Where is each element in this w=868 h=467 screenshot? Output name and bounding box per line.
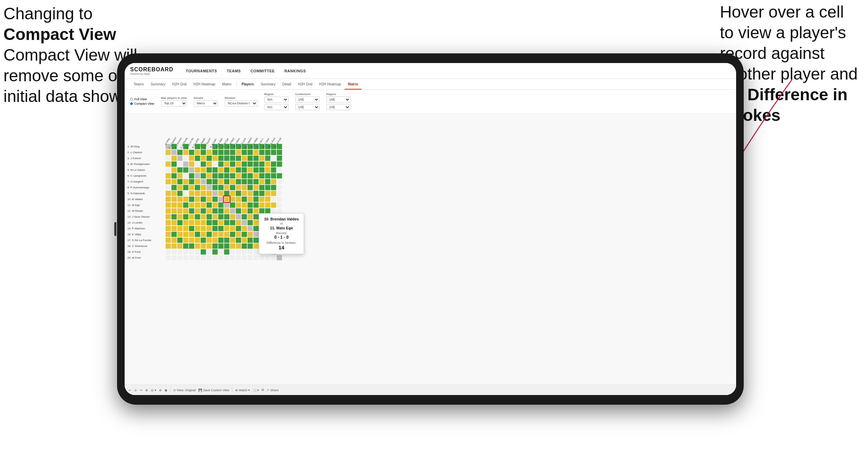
cell-20-5[interactable] [189,255,195,261]
cell-10-20[interactable] [276,196,282,202]
cell-9-1[interactable] [165,190,171,196]
cell-9-5[interactable] [189,190,195,196]
cell-9-11[interactable] [224,190,230,196]
cell-2-12[interactable] [230,149,236,155]
cell-10-12[interactable] [230,196,236,202]
cell-11-6[interactable] [195,202,200,208]
cell-9-12[interactable] [230,190,236,196]
cell-7-13[interactable] [236,179,241,185]
cell-18-7[interactable] [200,243,206,249]
cell-7-2[interactable] [171,179,177,185]
sub-nav-h2hgrid2[interactable]: H2H Grid [295,79,316,90]
toolbar-share-square[interactable]: ⬜ ▾ [253,388,259,392]
cell-13-9[interactable] [212,214,218,220]
cell-11-14[interactable] [241,202,247,208]
cell-11-1[interactable] [165,202,171,208]
cell-17-15[interactable] [247,237,253,243]
cell-12-1[interactable] [165,208,171,214]
cell-18-4[interactable] [183,243,189,249]
cell-7-6[interactable] [195,179,200,185]
cell-8-8[interactable] [206,185,212,190]
cell-20-8[interactable] [206,255,212,261]
cell-19-9[interactable] [212,249,218,255]
cell-17-14[interactable] [241,237,247,243]
cell-18-8[interactable] [206,243,212,249]
cell-9-8[interactable] [206,190,212,196]
cell-5-8[interactable] [206,167,212,173]
cell-18-3[interactable] [177,243,183,249]
cell-18-13[interactable] [236,243,241,249]
cell-3-15[interactable] [247,155,253,161]
cell-13-10[interactable] [218,214,224,220]
cell-2-1[interactable] [165,149,171,155]
toolbar-options[interactable]: ◉ [165,388,167,392]
cell-20-15[interactable] [247,255,253,261]
sub-nav-teams[interactable]: Teams [130,79,147,90]
cell-16-6[interactable] [195,231,200,237]
toolbar-redo[interactable]: ↪ [140,388,143,392]
cell-8-4[interactable] [183,185,189,190]
cell-17-6[interactable] [195,237,200,243]
cell-14-3[interactable] [177,220,183,226]
cell-15-15[interactable] [247,226,253,231]
cell-5-9[interactable] [212,167,218,173]
sub-nav-h2hheatmap2[interactable]: H2H Heatmap [316,79,344,90]
cell-11-7[interactable] [200,202,206,208]
cell-3-4[interactable] [183,155,189,161]
cell-3-3[interactable] [177,155,183,161]
cell-11-19[interactable] [271,202,276,208]
cell-7-19[interactable] [271,179,276,185]
cell-18-12[interactable] [230,243,236,249]
cell-16-3[interactable] [177,231,183,237]
cell-14-11[interactable] [224,220,230,226]
cell-19-10[interactable] [218,249,224,255]
cell-5-20[interactable] [276,167,282,173]
toolbar-filter[interactable]: ⊛ [159,388,162,392]
cell-17-3[interactable] [177,237,183,243]
cell-5-6[interactable] [195,167,200,173]
cell-15-1[interactable] [165,226,171,231]
cell-5-3[interactable] [177,167,183,173]
cell-10-14[interactable] [241,196,247,202]
cell-9-19[interactable] [271,190,276,196]
cell-13-7[interactable] [200,214,206,220]
cell-6-8[interactable] [206,173,212,179]
cell-20-2[interactable] [171,255,177,261]
toolbar-settings[interactable]: ◎ ▾ [151,388,156,392]
cell-6-7[interactable] [200,173,206,179]
cell-6-19[interactable] [271,173,276,179]
max-players-select[interactable]: Top 25 [161,100,187,106]
cell-7-7[interactable] [200,179,206,185]
cell-10-2[interactable] [171,196,177,202]
cell-10-6[interactable] [195,196,200,202]
cell-8-1[interactable] [165,185,171,190]
cell-2-14[interactable] [241,149,247,155]
cell-6-4[interactable] [183,173,189,179]
cell-14-10[interactable] [218,220,224,226]
cell-12-10[interactable] [218,208,224,214]
cell-10-11[interactable] [224,196,230,202]
cell-5-10[interactable] [218,167,224,173]
cell-19-8[interactable] [206,249,212,255]
cell-9-4[interactable] [183,190,189,196]
sub-nav-matrix1[interactable]: Matrix [219,79,235,90]
cell-20-18[interactable] [265,255,271,261]
cell-20-9[interactable] [212,255,218,261]
cell-8-5[interactable] [189,185,195,190]
cell-20-20[interactable] [276,255,282,261]
cell-19-5[interactable] [189,249,195,255]
cell-12-2[interactable] [171,208,177,214]
cell-20-3[interactable] [177,255,183,261]
cell-7-15[interactable] [247,179,253,185]
cell-5-7[interactable] [200,167,206,173]
nav-teams[interactable]: TEAMS [227,68,241,74]
cell-20-6[interactable] [195,255,200,261]
cell-19-2[interactable] [171,249,177,255]
cell-10-16[interactable] [253,196,259,202]
toolbar-undo[interactable]: ↩ [129,388,132,392]
cell-4-13[interactable] [236,161,241,167]
cell-8-13[interactable] [236,185,241,190]
cell-10-15[interactable] [247,196,253,202]
cell-10-17[interactable] [259,196,265,202]
cell-6-10[interactable] [218,173,224,179]
